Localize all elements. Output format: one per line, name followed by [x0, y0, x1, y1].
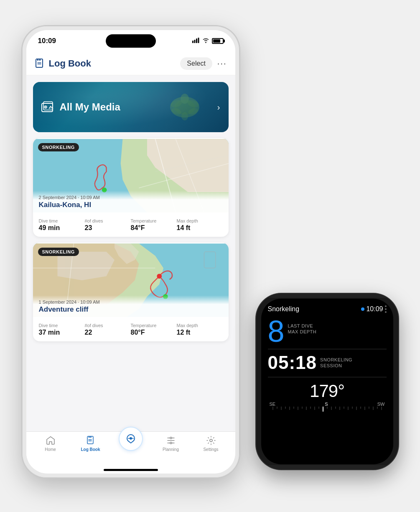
svg-point-44 [170, 437, 172, 439]
stat-dive-time-2: Dive time 37 min [39, 323, 85, 336]
nav-logbook-label: Log Book [81, 447, 100, 452]
watch-time: 10:09 [366, 305, 383, 313]
svg-rect-3 [198, 38, 199, 43]
bottom-nav: Home Log Book [26, 431, 235, 469]
nav-planning-label: Planning [163, 447, 179, 452]
snorkeling-badge-2: SNORKELING [38, 248, 79, 256]
nav-logbook[interactable]: Log Book [71, 435, 111, 452]
stat-temp-label-2: Temperature [131, 323, 177, 328]
watch-bearing-value: 179° [310, 382, 344, 400]
home-indicator [104, 469, 158, 471]
watch-header: Snorkeling 10:09 [268, 305, 387, 313]
app-header: Log Book Select ··· [26, 52, 235, 75]
nav-home-label: Home [45, 447, 56, 452]
watch-session-label-2: SESSION [320, 363, 352, 369]
stat-dives-2: #of dives 22 [85, 323, 131, 336]
home-nav-icon [45, 435, 56, 446]
nav-settings[interactable]: Settings [191, 435, 231, 452]
dive-card-1[interactable]: SNORKELING 2 September 2024 · 10:09 AM K… [33, 138, 229, 237]
iphone-screen: 10:09 [26, 30, 235, 474]
svg-point-46 [210, 439, 212, 442]
stat-dives-value-2: 22 [85, 329, 131, 336]
compass-ticks [268, 407, 387, 415]
stat-dive-time-value-2: 37 min [39, 329, 85, 336]
dive-map-1: SNORKELING 2 September 2024 · 10:09 AM K… [33, 138, 229, 213]
svg-point-45 [170, 442, 172, 444]
media-title-text: All My Media [60, 101, 120, 113]
stat-temp-1: Temperature 84°F [131, 218, 177, 232]
stat-depth-2: Max depth 12 ft [177, 323, 223, 336]
compass-se: SE [270, 402, 276, 407]
watch-depth-label-2: MAX DEPTH [288, 329, 317, 335]
status-icons [192, 38, 224, 44]
compass-sw: SW [377, 402, 385, 407]
watch-activity-title: Snorkeling [268, 305, 300, 313]
watch-band-top [269, 294, 386, 298]
svg-rect-1 [194, 40, 195, 43]
stat-dive-time-label-2: Dive time [39, 323, 85, 328]
svg-rect-6 [39, 59, 41, 61]
dive-stats-1: Dive time 49 min #of dives 23 Temperatur… [33, 213, 229, 237]
status-time: 10:09 [38, 37, 56, 45]
watch-screen: Snorkeling 10:09 8 LAST DIVE [261, 299, 393, 464]
iphone-device: 10:09 [22, 26, 239, 478]
watch-session-row: 05:18 SNORKELING SESSION [268, 353, 387, 372]
select-button[interactable]: Select [180, 57, 212, 70]
stat-temp-value-1: 84°F [131, 224, 177, 232]
svg-rect-33 [89, 436, 90, 438]
apple-watch: Snorkeling 10:09 8 LAST DIVE [256, 294, 398, 469]
snorkeling-badge-1: SNORKELING [38, 143, 79, 151]
stat-dives-label-1: #of dives [85, 218, 131, 223]
compass-bar: SE S SW [268, 402, 387, 415]
header-title-text: Log Book [49, 58, 91, 69]
svg-rect-0 [192, 41, 193, 43]
watch-more-menu[interactable] [385, 305, 387, 313]
logbook-icon [35, 58, 46, 69]
watch-session-labels: SNORKELING SESSION [320, 357, 352, 369]
status-bar: 10:09 [26, 30, 235, 52]
stat-depth-label-1: Max depth [177, 218, 223, 223]
nav-home[interactable]: Home [31, 435, 71, 452]
dive-location-1: Kailua-Kona, HI [39, 201, 223, 209]
stat-dives-value-1: 23 [85, 224, 131, 232]
watch-last-dive-depth: 8 [268, 316, 285, 346]
stat-temp-2: Temperature 80°F [131, 323, 177, 336]
media-gallery-icon [41, 101, 55, 113]
dive-info-overlay-2: 1 September 2024 · 10:09 AM Adventure cl… [33, 295, 229, 318]
more-button[interactable]: ··· [217, 59, 227, 68]
dive-stats-2: Dive time 37 min #of dives 22 Temperatur… [33, 318, 229, 341]
scroll-content: All My Media › [26, 75, 235, 431]
scene: 10:09 [22, 26, 398, 486]
dive-card-2[interactable]: SNORKELING 1 September 2024 · 10:09 AM A… [33, 243, 229, 341]
watch-band-bottom [269, 465, 386, 469]
watch-divider-2 [268, 377, 387, 377]
media-chevron-icon: › [217, 102, 220, 112]
watch-depth-labels: LAST DIVE MAX DEPTH [288, 323, 317, 335]
watch-drop-icon [361, 307, 364, 311]
svg-point-19 [44, 105, 47, 109]
stat-depth-label-2: Max depth [177, 323, 223, 328]
compass-direction-labels: SE S SW [268, 402, 387, 407]
dive-map-2: SNORKELING 1 September 2024 · 10:09 AM A… [33, 243, 229, 318]
header-actions: Select ··· [180, 57, 227, 70]
svg-rect-5 [37, 59, 38, 61]
stat-temp-value-2: 80°F [131, 329, 177, 336]
battery-icon [212, 38, 224, 44]
watch-depth-label-1: LAST DIVE [288, 323, 317, 329]
header-title-group: Log Book [35, 58, 91, 69]
media-content: All My Media [41, 101, 120, 113]
watch-session-label-1: SNORKELING [320, 357, 352, 363]
nav-settings-label: Settings [203, 447, 218, 452]
media-card[interactable]: All My Media › [33, 82, 229, 132]
watch-session-time: 05:18 [268, 353, 317, 372]
settings-nav-icon [206, 435, 216, 446]
stat-depth-1: Max depth 14 ft [177, 218, 223, 232]
stat-dive-time-value-1: 49 min [39, 224, 85, 232]
dive-date-1: 2 September 2024 · 10:09 AM [39, 195, 223, 200]
dynamic-island [106, 34, 156, 48]
svg-point-29 [157, 274, 162, 279]
stat-dive-time-label-1: Dive time [39, 218, 85, 223]
nav-planning[interactable]: Planning [151, 435, 191, 452]
stat-depth-value-2: 12 ft [177, 329, 223, 336]
nav-dive[interactable] [111, 435, 151, 451]
